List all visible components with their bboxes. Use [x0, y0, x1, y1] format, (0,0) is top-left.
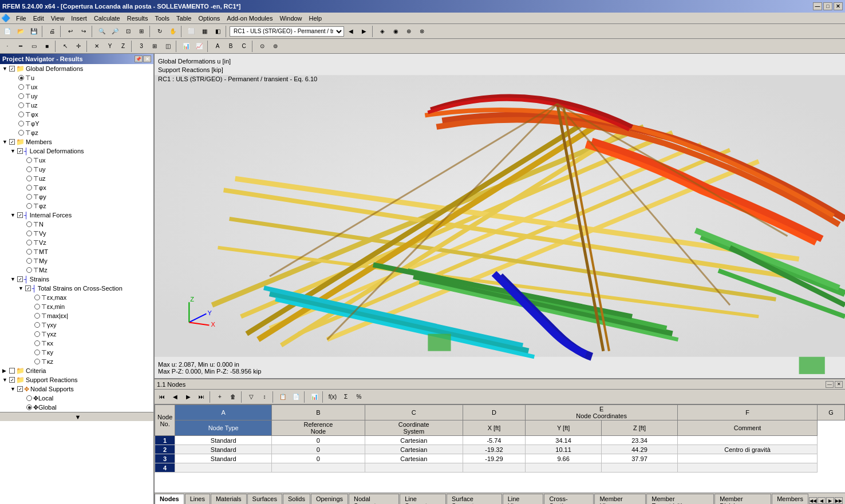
radio-ux2[interactable] — [26, 157, 32, 163]
th-col-E[interactable]: ENode Coordinates — [526, 405, 678, 420]
tab-member-divisions[interactable]: Member Divisions — [714, 494, 771, 504]
radio-eabs[interactable] — [34, 313, 40, 319]
td-x-3[interactable]: -19.29 — [463, 454, 525, 463]
load-case-combo[interactable]: RC1 - ULS (STR/GEO) - Permanent / trar — [230, 26, 344, 37]
tb-prev[interactable]: ◀ — [345, 25, 357, 38]
tb2-y[interactable]: Y — [104, 40, 116, 53]
menu-view[interactable]: View — [48, 14, 68, 23]
tb-view1[interactable]: ⬜ — [185, 25, 198, 38]
tree-uy2[interactable]: ⊤ uy — [0, 165, 153, 174]
tab-scroll-prev[interactable]: ◀ — [818, 497, 826, 504]
tab-scroll-right[interactable]: ▶▶ — [835, 497, 843, 504]
radio-uz[interactable] — [18, 102, 24, 108]
check-int-forces[interactable]: ✓ — [17, 212, 23, 218]
tree-ux[interactable]: ⊤ ux — [0, 82, 153, 92]
td-coord-2[interactable]: Cartesian — [365, 445, 463, 454]
check-local-def[interactable]: ✓ — [17, 148, 23, 154]
tab-materials[interactable]: Materials — [211, 494, 247, 504]
tab-scroll-next[interactable]: ▶ — [826, 497, 834, 504]
btb-paste[interactable]: 📄 — [290, 391, 302, 403]
check-total-strains[interactable]: ✓ — [25, 285, 31, 291]
td-y-2[interactable]: 10.11 — [526, 445, 602, 454]
menu-results[interactable]: Results — [124, 14, 152, 23]
tb-save[interactable]: 💾 — [27, 25, 40, 38]
tree-local-def[interactable]: ▼ ✓ ┤ Local Deformations — [0, 146, 153, 156]
tree-global-def[interactable]: ▼ ✓ 📁 Global Deformations — [0, 64, 153, 73]
td-ref-1[interactable]: 0 — [272, 436, 365, 445]
tree-phiy[interactable]: ⊤ φY — [0, 119, 153, 128]
btb-next[interactable]: ▶ — [182, 391, 195, 403]
tree-gxz[interactable]: ⊤ γxz — [0, 330, 153, 339]
tb-render3[interactable]: ⊕ — [402, 25, 415, 38]
tb2-select[interactable]: ↖ — [59, 40, 72, 53]
td-y-4[interactable] — [526, 463, 602, 473]
tree-scroll-down[interactable]: ▼ — [0, 412, 153, 421]
check-support[interactable]: ✓ — [9, 377, 15, 383]
tree-phiy2[interactable]: ⊤ φy — [0, 192, 153, 201]
tree-Vy[interactable]: ⊤ Vy — [0, 229, 153, 238]
tb-zoom-all[interactable]: ⊡ — [122, 25, 135, 38]
td-type-2[interactable]: Standard — [175, 445, 272, 454]
table-row[interactable]: 1 Standard 0 Cartesian -5.74 34.14 23.34 — [155, 436, 845, 445]
tb-view2[interactable]: ▦ — [198, 25, 211, 38]
tree-phix[interactable]: ⊤ φx — [0, 110, 153, 119]
expand-members[interactable]: ▼ — [2, 139, 9, 145]
tb2-a1[interactable]: A — [211, 40, 224, 53]
menu-insert[interactable]: Insert — [68, 14, 90, 23]
tree-nodal-sup[interactable]: ▼ ✓ ✥ Nodal Supports — [0, 384, 153, 394]
td-x-4[interactable] — [463, 463, 525, 473]
radio-N[interactable] — [26, 221, 32, 227]
radio-My[interactable] — [26, 258, 32, 264]
radio-ky[interactable] — [34, 350, 40, 355]
tree-gxy[interactable]: ⊤ γxy — [0, 320, 153, 330]
td-type-1[interactable]: Standard — [175, 436, 272, 445]
tb2-move[interactable]: ✛ — [72, 40, 85, 53]
bottom-panel-close[interactable]: ✕ — [835, 381, 843, 388]
tree-phix2[interactable]: ⊤ φx — [0, 183, 153, 192]
radio-Vy[interactable] — [26, 231, 32, 236]
check-nodal-sup[interactable]: ✓ — [17, 386, 23, 392]
tree-members[interactable]: ▼ ✓ 📁 Members — [0, 137, 153, 146]
btb-del[interactable]: 🗑 — [227, 391, 239, 403]
tree-kz[interactable]: ⊤ κz — [0, 357, 153, 366]
th-col-A[interactable]: A — [175, 405, 272, 420]
tb-render2[interactable]: ◉ — [389, 25, 402, 38]
expand-nodal-sup[interactable]: ▼ — [10, 386, 17, 392]
radio-phiz[interactable] — [18, 130, 24, 136]
expand-int-forces[interactable]: ▼ — [10, 212, 17, 218]
tb-redo[interactable]: ↪ — [77, 25, 90, 38]
td-comment-2[interactable]: Centro di gravità — [677, 445, 817, 454]
tree-emax[interactable]: ⊤ εx,max — [0, 293, 153, 302]
check-criteria[interactable] — [9, 368, 15, 374]
tab-member-eccentricities[interactable]: Member Eccentricities — [646, 494, 714, 504]
tb2-viewxz[interactable]: ◫ — [161, 40, 174, 53]
close-btn[interactable]: ✕ — [834, 2, 843, 10]
tree-phiz2[interactable]: ⊤ φz — [0, 201, 153, 211]
radio-uy[interactable] — [18, 93, 24, 99]
menu-edit[interactable]: Edit — [30, 14, 48, 23]
tb-new[interactable]: 📄 — [1, 25, 14, 38]
panel-close-btn[interactable]: ✕ — [143, 55, 151, 62]
tab-surfaces[interactable]: Surfaces — [247, 494, 282, 504]
btb-export[interactable]: 📊 — [308, 391, 321, 403]
td-ref-4[interactable] — [272, 463, 365, 473]
radio-phix2[interactable] — [26, 185, 32, 191]
tree-ux2[interactable]: ⊤ ux — [0, 156, 153, 165]
menu-calculate[interactable]: Calculate — [90, 14, 124, 23]
tab-line-supports[interactable]: Line Supports — [400, 494, 446, 504]
tb2-a3[interactable]: C — [238, 40, 250, 53]
th-col-D[interactable]: D — [463, 405, 525, 420]
tab-nodes[interactable]: Nodes — [155, 494, 184, 504]
expand-total-strains[interactable]: ▼ — [18, 285, 25, 291]
btb-filter[interactable]: ▽ — [245, 391, 258, 403]
td-comment-3[interactable] — [677, 454, 817, 463]
td-y-1[interactable]: 34.14 — [526, 436, 602, 445]
radio-gxy[interactable] — [34, 322, 40, 328]
tb-render4[interactable]: ⊗ — [416, 25, 428, 38]
tree-global[interactable]: ✥ Global — [0, 403, 153, 412]
td-coord-4[interactable] — [365, 463, 463, 473]
tb2-result1[interactable]: 📊 — [180, 40, 192, 53]
tb-print[interactable]: 🖨 — [46, 25, 58, 38]
tab-members[interactable]: Members — [772, 494, 808, 504]
radio-emin[interactable] — [34, 304, 40, 309]
